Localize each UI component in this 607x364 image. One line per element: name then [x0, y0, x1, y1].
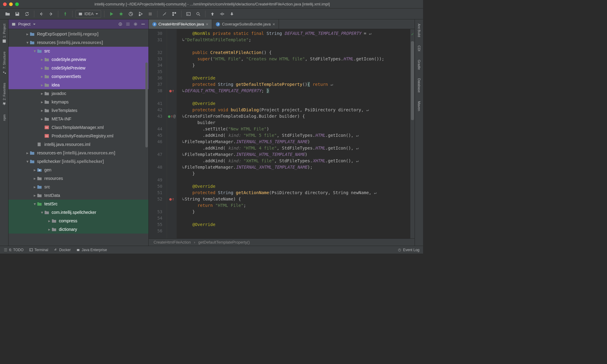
editor-tab[interactable]: JCreateHtmlFileAction.java×: [149, 19, 212, 29]
run-anything-icon[interactable]: [185, 10, 192, 18]
tree-row[interactable]: ▾testSrc: [8, 200, 148, 208]
tool-database[interactable]: Database: [417, 76, 422, 94]
tool-ant[interactable]: Ant Build: [417, 22, 422, 39]
stop-icon[interactable]: [146, 10, 154, 18]
save-icon[interactable]: [13, 10, 21, 18]
tree-row[interactable]: ▾src: [8, 47, 148, 55]
tree-arrow-icon[interactable]: ▸: [25, 150, 30, 155]
search-icon[interactable]: [194, 10, 202, 18]
tree-arrow-icon[interactable]: ▾: [25, 40, 30, 45]
tree-row[interactable]: ▸liveTemplates: [8, 106, 148, 115]
tree-row[interactable]: ▸dictionary: [8, 225, 148, 234]
breadcrumb-method[interactable]: getDefaultTemplateProperty(): [198, 240, 250, 244]
chevron-down-icon[interactable]: [33, 23, 36, 26]
tree-arrow-icon[interactable]: ▸: [32, 167, 37, 172]
tree-row[interactable]: ▸META-INF: [8, 115, 148, 123]
tree-row[interactable]: ▸compress: [8, 217, 148, 225]
vcs-push-icon[interactable]: [228, 10, 236, 18]
project-structure-icon[interactable]: [170, 10, 178, 18]
editor-body[interactable]: 3031323334353637384142434445464748495051…: [149, 29, 415, 238]
tool-npm[interactable]: npm: [2, 113, 7, 123]
tree-arrow-icon[interactable]: ▾: [39, 210, 44, 215]
tree-row[interactable]: ▾com.intellij.spellchecker: [8, 208, 148, 217]
tree-scroll-thumb[interactable]: [145, 62, 148, 147]
tool-gradle[interactable]: Gradle: [417, 58, 422, 72]
run-icon[interactable]: [107, 10, 115, 18]
locate-icon[interactable]: [118, 22, 123, 26]
close-window-button[interactable]: [3, 2, 7, 6]
editor-scroll-thumb[interactable]: [411, 41, 414, 120]
tree-arrow-icon[interactable]: ▸: [47, 227, 52, 232]
run-config-selector[interactable]: IDEA: [76, 10, 101, 18]
tool-maven[interactable]: Maven: [417, 99, 422, 113]
tool-project[interactable]: 1: Project: [2, 22, 7, 45]
project-tree[interactable]: ▸RegExpSupport [intellij.regexp]▾resourc…: [8, 29, 148, 246]
debug-icon[interactable]: [117, 10, 125, 18]
tree-arrow-icon[interactable]: ▸: [39, 66, 44, 70]
tree-row[interactable]: intellij.java.resources.iml: [8, 140, 148, 149]
tree-row[interactable]: ▸src: [8, 183, 148, 191]
settings-icon[interactable]: [161, 10, 168, 18]
tree-arrow-icon[interactable]: ▾: [32, 201, 37, 206]
tree-row[interactable]: ▸componentSets: [8, 72, 148, 81]
status-jee[interactable]: Java Enterprise: [76, 248, 107, 252]
tree-arrow-icon[interactable]: ▸: [39, 108, 44, 113]
tree-item-label: keymaps: [52, 99, 69, 104]
breadcrumb-class[interactable]: CreateHtmlFileAction: [154, 240, 191, 244]
forward-icon[interactable]: [47, 10, 55, 18]
tree-arrow-icon[interactable]: ▾: [32, 49, 37, 53]
sync-icon[interactable]: [23, 10, 31, 18]
tree-arrow-icon[interactable]: ▸: [39, 91, 44, 96]
tree-arrow-icon[interactable]: ▸: [39, 57, 44, 62]
minimize-window-button[interactable]: [9, 2, 13, 6]
editor-tab[interactable]: JCoverageSuitesBundle.java×: [212, 19, 279, 29]
tree-row[interactable]: <>ProductivityFeaturesRegistry.xml: [8, 132, 148, 140]
tree-arrow-icon[interactable]: ▸: [39, 116, 44, 121]
tree-row[interactable]: ▸RegExpSupport [intellij.regexp]: [8, 30, 148, 38]
close-tab-icon[interactable]: ×: [206, 22, 208, 27]
tool-structure[interactable]: 7: Structure: [2, 50, 7, 76]
tree-row[interactable]: ▸codeStyle.preview: [8, 55, 148, 64]
coverage-icon[interactable]: [127, 10, 135, 18]
tree-arrow-icon[interactable]: ▸: [32, 184, 37, 189]
tree-row[interactable]: ▸codeStylePreview: [8, 64, 148, 72]
tree-arrow-icon[interactable]: ▸: [39, 99, 44, 104]
tree-arrow-icon[interactable]: ▸: [39, 83, 44, 87]
expand-icon[interactable]: [126, 22, 130, 26]
tree-arrow-icon[interactable]: ▸: [25, 32, 30, 36]
gear-icon[interactable]: [133, 22, 138, 26]
tree-row[interactable]: ▸idea: [8, 81, 148, 89]
tree-row[interactable]: <>ClassTemplateManager.xml: [8, 123, 148, 132]
tree-arrow-icon[interactable]: ▾: [25, 159, 30, 164]
close-tab-icon[interactable]: ×: [273, 22, 275, 27]
tree-row[interactable]: ▸javadoc: [8, 89, 148, 98]
back-icon[interactable]: [37, 10, 45, 18]
hide-icon[interactable]: [141, 22, 145, 26]
vcs-update-icon[interactable]: [209, 10, 216, 18]
tree-row[interactable]: ▾resources [intellij.java.resources]: [8, 38, 148, 47]
tool-cdi[interactable]: CDI: [417, 44, 422, 53]
status-todo[interactable]: 6: TODO: [4, 248, 24, 252]
maximize-window-button[interactable]: [15, 2, 19, 6]
build-icon[interactable]: [61, 10, 69, 18]
status-event-log[interactable]: Event Log: [398, 248, 419, 252]
tool-favorites[interactable]: 2: Favorites: [2, 81, 7, 107]
tree-row[interactable]: ▸⚙gen: [8, 166, 148, 174]
tree-row[interactable]: ▸resources-en [intellij.java.resources.e…: [8, 149, 148, 157]
open-file-icon[interactable]: [4, 10, 12, 18]
tree-row[interactable]: ▸resources: [8, 174, 148, 183]
tree-row[interactable]: ▸testData: [8, 191, 148, 200]
status-terminal[interactable]: Terminal: [29, 248, 48, 252]
tree-arrow-icon[interactable]: ▸: [47, 218, 52, 223]
code-content[interactable]: @NonNls private static final String DEFA…: [177, 29, 410, 238]
tree-row[interactable]: ▸keymaps: [8, 98, 148, 106]
profile-icon[interactable]: [137, 10, 144, 18]
tree-row[interactable]: ▾spellchecker [intellij.spellchecker]: [8, 157, 148, 166]
vcs-commit-icon[interactable]: [218, 10, 226, 18]
tree-scrollbar[interactable]: [145, 29, 148, 246]
editor-scrollbar[interactable]: ✓: [410, 29, 415, 238]
status-docker[interactable]: Docker: [54, 248, 71, 252]
tree-arrow-icon[interactable]: ▸: [39, 74, 44, 79]
tree-arrow-icon[interactable]: ▸: [32, 176, 37, 181]
tree-arrow-icon[interactable]: ▸: [32, 193, 37, 198]
